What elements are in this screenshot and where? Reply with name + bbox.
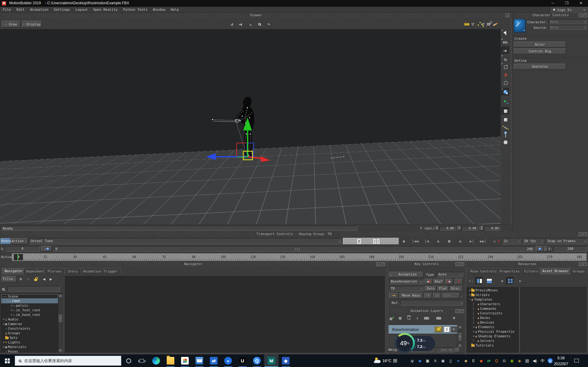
fps-dropdown[interactable]: 30 fps▽ bbox=[522, 238, 544, 244]
tree-item-tutorials[interactable]: Tutorials bbox=[467, 343, 514, 348]
pin-tool[interactable] bbox=[501, 131, 510, 139]
view-menu-button[interactable]: ▽ View bbox=[2, 21, 20, 28]
frame-step-right[interactable]: ▷ bbox=[544, 246, 548, 252]
ik-button[interactable]: IK bbox=[433, 293, 441, 298]
select-tool[interactable] bbox=[501, 29, 510, 37]
detail-view-icon[interactable]: ≔ bbox=[516, 277, 524, 285]
phone-icon[interactable]: ▯ bbox=[447, 354, 454, 367]
previous-key-button[interactable]: ◀ bbox=[425, 279, 433, 284]
taskbar-edge[interactable] bbox=[149, 354, 163, 367]
frame-spinner-right[interactable] bbox=[536, 246, 544, 252]
snap-dropdown[interactable]: Snap on Frames▽ bbox=[545, 238, 587, 244]
previous-key-button[interactable]: |◀ bbox=[421, 238, 432, 245]
filters-button[interactable]: Filte... bbox=[2, 276, 17, 282]
clock[interactable]: 5:39 2022/5/7 bbox=[550, 354, 572, 367]
magnify-icon[interactable] bbox=[256, 21, 264, 28]
task-view-icon[interactable] bbox=[135, 354, 148, 367]
shield-icon[interactable]: ◆ bbox=[416, 354, 424, 367]
menu-open-reality[interactable]: Open Reality bbox=[90, 7, 120, 13]
base-animation-layer-row[interactable]: BaseAnimation 1 ⊘ bbox=[389, 325, 457, 334]
menu-window[interactable]: Window bbox=[150, 7, 168, 13]
x-axis-value[interactable]: 0.00 bbox=[439, 226, 455, 230]
close-panel-icon[interactable]: × bbox=[583, 232, 587, 236]
search-input[interactable] bbox=[7, 286, 60, 291]
start-button[interactable] bbox=[0, 354, 15, 367]
taskbar-search-input[interactable]: 在这里输入你要搜索的内容 bbox=[15, 356, 121, 366]
tree-item-poses[interactable]: ☆Poses bbox=[1, 349, 58, 354]
notification-center-icon[interactable] bbox=[574, 359, 579, 362]
tree-item-materials[interactable]: +◉Materials bbox=[1, 345, 58, 349]
tree-item-prevismoves[interactable]: +PrevisMoves bbox=[467, 288, 514, 293]
taskbar-microsoft-store[interactable] bbox=[178, 354, 192, 367]
ruler-dropdown-icon[interactable]: ▽ bbox=[471, 21, 474, 28]
menu-help[interactable]: Help bbox=[168, 7, 182, 13]
pet-app-icon[interactable]: ◆ bbox=[462, 354, 470, 367]
search-tray-icon[interactable]: Ϙ bbox=[493, 354, 500, 367]
play-button[interactable]: ▶ bbox=[455, 238, 466, 245]
define-skeleton-button[interactable]: Skeleton bbox=[514, 64, 566, 69]
single-pane-icon[interactable] bbox=[357, 239, 361, 244]
tree-item-pelvis[interactable]: +♨pelvis bbox=[1, 303, 58, 308]
favorite-star-icon[interactable]: ☆ bbox=[27, 277, 29, 281]
take-dropdown[interactable]: Unreal Take▽ bbox=[28, 238, 342, 244]
create-actor-button[interactable]: Actor bbox=[514, 42, 566, 47]
merge-layer-icon[interactable]: ⇓ bbox=[416, 316, 419, 320]
y-axis-value[interactable]: 0.00 bbox=[462, 226, 478, 230]
expander-icon[interactable]: + bbox=[472, 325, 475, 329]
taskbar-motionbuilder[interactable]: M bbox=[264, 354, 279, 367]
cube-wire-tool[interactable] bbox=[501, 116, 510, 124]
skeleton-character[interactable] bbox=[172, 89, 276, 171]
tree-item-scene[interactable]: −♨Scene bbox=[1, 294, 58, 299]
menu-python-tools[interactable]: Python Tools bbox=[120, 7, 150, 13]
frame-spinner-left[interactable]: ◁ bbox=[41, 246, 52, 252]
snap-tool[interactable]: Ω bbox=[501, 71, 510, 79]
source-dropdown[interactable]: None ▽ bbox=[549, 25, 587, 30]
fk-button[interactable]: FK bbox=[424, 293, 432, 298]
expander-icon[interactable]: + bbox=[2, 340, 5, 344]
playhead-frame-box[interactable]: 0 bbox=[14, 254, 23, 260]
tree-item-commands[interactable]: ├ ♟Commands bbox=[467, 306, 514, 311]
taskbar-app[interactable]: ◆ bbox=[279, 354, 293, 367]
tree-item-ik_hand_root[interactable]: +♨ik_hand_root bbox=[1, 313, 58, 317]
tree-item-decks[interactable]: ├ ♟Decks bbox=[467, 316, 514, 320]
display-menu-button[interactable]: ▽ Display bbox=[22, 21, 42, 28]
loop-button[interactable]: ↻× bbox=[489, 238, 500, 245]
power-icon[interactable]: ⊙ bbox=[500, 354, 508, 367]
key-icon-button[interactable]: ⊶ bbox=[389, 293, 398, 298]
tree-item-constraints[interactable]: ├ ♟Constraints bbox=[467, 311, 514, 316]
autodesk-icon[interactable]: A bbox=[431, 354, 439, 367]
taskbar-quark[interactable]: Q bbox=[250, 354, 264, 367]
2d-magnify-icon[interactable]: 2D bbox=[485, 21, 492, 28]
defender-icon[interactable]: ◈ bbox=[516, 354, 523, 367]
tab-navigator[interactable]: Navigator bbox=[2, 268, 26, 275]
taskbar-mail[interactable] bbox=[192, 354, 207, 367]
network-icon[interactable]: ▤ bbox=[523, 354, 531, 367]
global-local-toggle[interactable]: GBL bbox=[501, 39, 510, 47]
curve-tool[interactable]: ∿ bbox=[501, 124, 510, 132]
keying-group-dropdown[interactable]: TR ▽ bbox=[389, 286, 423, 291]
expander-icon[interactable]: + bbox=[2, 322, 5, 326]
3d-viewport[interactable]: Y Producer Perspective (X-Ray) root Tran… bbox=[0, 29, 501, 224]
draw-curve-icon[interactable] bbox=[492, 21, 499, 28]
close-panel-icon[interactable]: × bbox=[460, 262, 464, 266]
flame-icon[interactable]: ◆ bbox=[477, 354, 485, 367]
move-keys-button[interactable]: Move Keys bbox=[400, 293, 423, 298]
tree-item-cameras[interactable]: +▣Cameras bbox=[1, 322, 58, 326]
epic-games-icon[interactable]: E bbox=[470, 354, 477, 367]
layers-menu-icon[interactable]: ≡ bbox=[453, 316, 455, 320]
more-options-icon[interactable]: ▾ bbox=[461, 294, 462, 300]
tree-item-elements[interactable]: +♟Elements bbox=[467, 325, 514, 329]
frame-range-bar[interactable]: 0 ||| 288 bbox=[53, 246, 536, 252]
blue-app-icon[interactable]: ● bbox=[454, 354, 462, 367]
close-panel-icon[interactable]: × bbox=[583, 13, 587, 17]
split-vertical-icon[interactable] bbox=[476, 277, 484, 285]
menu-animation[interactable]: Animation bbox=[27, 7, 51, 13]
translate-plane-tool[interactable] bbox=[501, 79, 510, 87]
expander-icon[interactable]: + bbox=[472, 330, 475, 334]
tree-item-groups[interactable]: ♟Groups bbox=[1, 331, 58, 335]
playback-speed-dropdown[interactable]: 1x▽ bbox=[502, 238, 521, 244]
go-to-end-button[interactable]: ▶▶| bbox=[478, 238, 489, 245]
maximize-button[interactable]: ❒ bbox=[560, 0, 574, 7]
discontinuity-button[interactable]: Disc. bbox=[450, 286, 463, 291]
tree-item-lights[interactable]: +☀Lights bbox=[1, 340, 58, 345]
